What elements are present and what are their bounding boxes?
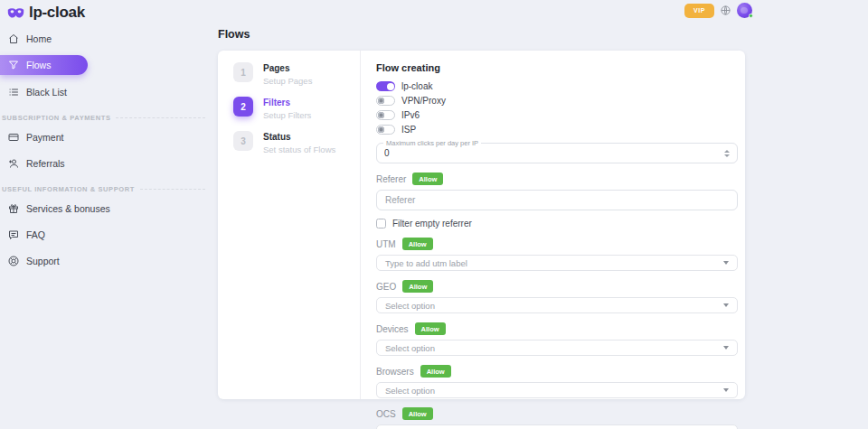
section-divider <box>140 189 205 190</box>
main-content: Flows 1 Pages Setup Pages 2 Filters Setu… <box>218 28 745 399</box>
sidebar-item-label: Support <box>26 256 60 266</box>
brand-logo[interactable]: lp-cloak <box>7 4 85 22</box>
sidebar-item-label: Services & bonuses <box>26 203 110 214</box>
section-divider <box>116 117 205 118</box>
browsers-label: Browsers <box>376 367 414 377</box>
geo-label-row: GEO Allow <box>376 280 738 293</box>
browsers-allow-badge[interactable]: Allow <box>420 365 451 378</box>
sidebar-section-subscription: Subscription & payments <box>0 114 218 122</box>
toggle-lp-cloak[interactable]: lp-cloak <box>376 81 738 91</box>
topbar-controls: VIP <box>684 3 752 18</box>
select-placeholder: Select option <box>385 386 435 396</box>
sidebar-item-label: Payment <box>26 132 63 143</box>
sidebar-item-label: FAQ <box>26 229 45 240</box>
toggle-switch-on[interactable] <box>376 81 395 91</box>
sidebar-item-label: Home <box>26 33 52 44</box>
gift-icon <box>8 203 19 214</box>
browsers-label-row: Browsers Allow <box>376 365 738 378</box>
geo-allow-badge[interactable]: Allow <box>402 280 433 293</box>
utm-label: UTM <box>376 239 396 249</box>
select-placeholder: Select option <box>385 343 435 353</box>
step-number[interactable]: 2 <box>233 97 253 117</box>
section-label: Subscription & payments <box>2 114 110 122</box>
checkbox-box[interactable] <box>376 219 386 228</box>
step-filters: 2 Filters Setup Filters <box>233 97 360 120</box>
section-label: Useful information & support <box>2 185 135 193</box>
toggle-switch-off[interactable] <box>376 125 395 135</box>
step-title: Status <box>263 131 335 142</box>
step-title: Pages <box>263 62 312 73</box>
referer-label: Referer <box>376 174 406 184</box>
sidebar-item-support[interactable]: Support <box>0 251 218 270</box>
life-ring-icon <box>8 256 19 266</box>
black-list-icon <box>8 87 19 98</box>
step-pages: 1 Pages Setup Pages <box>233 62 360 86</box>
checkbox-label: Filter empty referrer <box>392 219 472 228</box>
home-icon <box>8 33 19 44</box>
toggle-switch-off[interactable] <box>376 110 395 120</box>
referer-label-row: Referer Allow <box>376 173 738 185</box>
user-avatar[interactable] <box>737 3 752 18</box>
page-title: Flows <box>218 28 745 41</box>
referer-input[interactable] <box>376 190 738 210</box>
globe-icon[interactable] <box>721 5 731 15</box>
sidebar-item-label: Referrals <box>26 158 65 169</box>
utm-allow-badge[interactable]: Allow <box>402 238 433 250</box>
ocs-label-row: OCS Allow <box>376 407 738 420</box>
flows-icon <box>8 60 19 70</box>
app-window: lp-cloak VIP Home Flows <box>0 0 868 429</box>
referer-allow-badge[interactable]: Allow <box>412 173 443 185</box>
step-subtitle: Setup Filters <box>263 110 311 120</box>
number-stepper[interactable] <box>721 150 733 157</box>
brand-name: lp-cloak <box>29 4 85 22</box>
browsers-select[interactable]: Select option <box>376 382 738 398</box>
toggle-switch-off[interactable] <box>376 96 395 106</box>
geo-select[interactable]: Select option <box>376 297 738 313</box>
mask-icon <box>7 6 24 19</box>
step-subtitle: Set status of Flows <box>263 145 335 154</box>
max-clicks-label: Maximum clicks per day per IP <box>383 139 481 147</box>
referrals-person-icon <box>8 158 19 169</box>
toggle-label: ISP <box>401 125 416 135</box>
step-number[interactable]: 1 <box>233 62 253 82</box>
toggle-label: IPv6 <box>401 110 420 120</box>
sidebar-item-payment[interactable]: Payment <box>0 127 218 146</box>
ocs-select[interactable]: Select option <box>376 424 738 429</box>
filter-empty-referrer-checkbox[interactable]: Filter empty referrer <box>376 219 738 228</box>
step-number[interactable]: 3 <box>233 131 253 151</box>
flow-creating-form: Flow creating lp-cloak VPN/Proxy IPv6 IS… <box>361 51 745 399</box>
payment-card-icon <box>8 132 19 143</box>
toggle-label: lp-cloak <box>401 81 432 91</box>
max-clicks-input[interactable] <box>377 148 721 158</box>
step-subtitle: Setup Pages <box>263 76 312 86</box>
toggle-ipv6[interactable]: IPv6 <box>376 110 738 120</box>
ocs-label: OCS <box>376 409 396 419</box>
sidebar-item-home[interactable]: Home <box>0 29 218 48</box>
form-title: Flow creating <box>376 62 738 73</box>
select-placeholder: Select option <box>385 301 435 311</box>
faq-bubble-icon <box>8 229 19 240</box>
toggle-isp[interactable]: ISP <box>376 125 738 135</box>
sidebar: Home Flows Black List Subscription & pay… <box>0 29 218 270</box>
sidebar-section-support: Useful information & support <box>0 185 218 193</box>
sidebar-item-faq[interactable]: FAQ <box>0 225 218 244</box>
select-placeholder: Type to add utm label <box>385 258 467 268</box>
vip-button[interactable]: VIP <box>684 4 714 18</box>
sidebar-item-black-list[interactable]: Black List <box>0 82 218 101</box>
devices-allow-badge[interactable]: Allow <box>415 322 446 335</box>
toggle-vpn-proxy[interactable]: VPN/Proxy <box>376 96 738 106</box>
utm-select[interactable]: Type to add utm label <box>376 255 738 271</box>
chevron-down-icon <box>723 346 729 350</box>
max-clicks-field: Maximum clicks per day per IP <box>376 143 738 163</box>
sidebar-item-referrals[interactable]: Referrals <box>0 154 218 173</box>
devices-select[interactable]: Select option <box>376 340 738 356</box>
chevron-down-icon <box>723 388 729 392</box>
steps-panel: 1 Pages Setup Pages 2 Filters Setup Filt… <box>218 51 361 399</box>
sidebar-item-label: Flows <box>26 60 51 70</box>
sidebar-item-flows[interactable]: Flows <box>0 55 88 75</box>
step-status: 3 Status Set status of Flows <box>233 131 360 154</box>
toggle-label: VPN/Proxy <box>401 96 446 106</box>
ocs-allow-badge[interactable]: Allow <box>402 407 433 420</box>
sidebar-item-services-bonuses[interactable]: Services & bonuses <box>0 199 218 218</box>
chevron-down-icon <box>723 261 729 265</box>
